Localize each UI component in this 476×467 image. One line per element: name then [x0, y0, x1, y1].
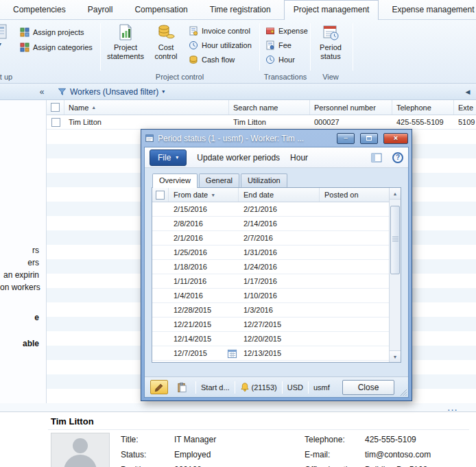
cell-end-date[interactable]: 2/7/2016: [239, 231, 320, 245]
cell-search-name[interactable]: Tim Litton: [229, 115, 310, 129]
period-row[interactable]: 1/4/2016 1/10/2016: [152, 289, 389, 303]
cell-from-date[interactable]: 1/11/2016: [169, 274, 239, 288]
fee-button[interactable]: Fee: [263, 38, 294, 51]
layout-icon[interactable]: [371, 153, 382, 163]
cell-from-date[interactable]: 12/14/2015: [169, 332, 239, 346]
cell-posted-on[interactable]: [320, 303, 389, 317]
cell-end-date[interactable]: 12/20/2015: [239, 332, 320, 346]
cell-end-date[interactable]: 2/21/2016: [239, 202, 320, 216]
workers-list-title[interactable]: Workers (Unsaved filter) ▾: [58, 87, 165, 97]
cell-end-date[interactable]: 1/31/2016: [239, 246, 320, 259]
period-row[interactable]: 1/18/2016 1/24/2016: [152, 260, 389, 274]
cell-posted-on[interactable]: [320, 202, 389, 216]
nav-item[interactable]: on workers: [0, 283, 39, 292]
start-button[interactable]: Start d...: [201, 383, 230, 392]
assign-categories-button[interactable]: Assign categories: [18, 40, 95, 53]
date-picker-icon[interactable]: [227, 348, 237, 359]
cell-telephone[interactable]: 425-555-5109: [392, 115, 454, 129]
period-row[interactable]: 2/1/2016 2/7/2016: [152, 231, 389, 246]
column-header-posted-on[interactable]: Posted on: [320, 188, 389, 202]
nav-item[interactable]: an expirin: [0, 270, 39, 280]
resize-grip[interactable]: [400, 389, 407, 396]
hour-utilization-button[interactable]: Hour utilization: [187, 38, 254, 51]
minimize-button[interactable]: −: [337, 133, 355, 144]
period-row[interactable]: 2/15/2016 2/21/2016: [152, 202, 389, 217]
period-status-button[interactable]: Period status: [313, 22, 348, 61]
assign-projects-button[interactable]: Assign projects: [18, 25, 86, 38]
worker-row[interactable]: Tim Litton Tim Litton 000027 425-555-510…: [47, 115, 476, 130]
nav-item[interactable]: rs: [0, 246, 39, 255]
cell-posted-on[interactable]: [320, 231, 389, 245]
project-statements-button[interactable]: Project statements: [104, 22, 147, 61]
hour-button[interactable]: Hour: [263, 53, 297, 66]
close-button[interactable]: Close: [342, 380, 394, 395]
cell-posted-on[interactable]: [320, 260, 389, 274]
notifications-button[interactable]: (21153): [240, 382, 277, 392]
dialog-title-bar[interactable]: Period status (1 - usmf) - Worker: Tim .…: [141, 130, 412, 147]
tab-overview[interactable]: Overview: [152, 173, 198, 188]
company-indicator[interactable]: usmf: [313, 383, 330, 392]
close-window-button[interactable]: ×: [383, 133, 408, 144]
cell-from-date[interactable]: 1/18/2016: [169, 260, 239, 274]
cell-end-date[interactable]: 1/24/2016: [239, 260, 320, 274]
edit-record-button[interactable]: [150, 380, 168, 394]
column-header-telephone[interactable]: Telephone: [392, 100, 454, 115]
period-row[interactable]: 2/8/2016 2/14/2016: [152, 217, 389, 231]
cash-flow-button[interactable]: Cash flow: [187, 53, 237, 66]
select-all-checkbox[interactable]: [156, 191, 165, 200]
cell-from-date[interactable]: 1/25/2016: [169, 246, 239, 259]
cell-end-date[interactable]: 1/17/2016: [239, 274, 320, 288]
partial-ribbon-button[interactable]: ▾: [0, 22, 10, 47]
cell-posted-on[interactable]: [320, 289, 389, 302]
cell-from-date[interactable]: 2/8/2016: [169, 217, 239, 230]
column-header-from-date[interactable]: From date ▼: [169, 188, 239, 202]
tab-expense-management[interactable]: Expense management: [383, 1, 476, 19]
expense-button[interactable]: Expense: [263, 24, 310, 37]
tab-project-management[interactable]: Project management: [284, 0, 379, 20]
period-row[interactable]: 1/11/2016 1/17/2016: [152, 274, 389, 289]
tab-general[interactable]: General: [199, 173, 239, 187]
column-header-name[interactable]: Name ▲: [64, 100, 229, 115]
cell-from-date[interactable]: 2/1/2016: [169, 231, 239, 245]
scroll-down-button[interactable]: ▼: [390, 350, 401, 362]
scroll-up-button[interactable]: ▲: [390, 188, 401, 200]
period-row[interactable]: 12/21/2015 12/27/2015: [152, 318, 389, 332]
period-row[interactable]: 12/14/2015 12/20/2015: [152, 332, 389, 346]
nav-item[interactable]: e: [0, 313, 39, 322]
cell-posted-on[interactable]: [320, 332, 389, 346]
cell-end-date[interactable]: 2/14/2016: [239, 217, 320, 230]
menu-item-update-worker-periods[interactable]: Update worker periods: [197, 153, 280, 163]
invoice-control-button[interactable]: Invoice control: [187, 24, 252, 37]
cell-posted-on[interactable]: [320, 274, 389, 288]
cost-control-button[interactable]: Cost control: [148, 22, 184, 61]
cell-posted-on[interactable]: [320, 346, 389, 360]
cell-from-date[interactable]: 2/15/2016: [169, 202, 239, 216]
cell-from-date[interactable]: 12/7/2015: [169, 346, 239, 360]
cell-from-date[interactable]: 12/28/2015: [169, 303, 239, 317]
scrollbar-thumb[interactable]: [390, 206, 400, 274]
tab-time-registration[interactable]: Time registration: [201, 1, 280, 19]
tab-competencies[interactable]: Competencies: [4, 1, 75, 19]
tab-utilization[interactable]: Utilization: [241, 173, 287, 187]
cell-posted-on[interactable]: [320, 246, 389, 259]
currency-indicator[interactable]: USD: [287, 383, 303, 392]
period-row[interactable]: 1/25/2016 1/31/2016: [152, 246, 389, 260]
file-menu-button[interactable]: File ▾: [150, 149, 187, 166]
column-header-end-date[interactable]: End date: [239, 188, 320, 202]
help-icon[interactable]: ?: [392, 152, 403, 163]
cell-posted-on[interactable]: [320, 217, 389, 230]
column-header-search-name[interactable]: Search name: [229, 100, 310, 115]
cell-end-date[interactable]: 1/3/2016: [239, 303, 320, 317]
tab-compensation[interactable]: Compensation: [126, 1, 196, 19]
collapse-left-pane-button[interactable]: «: [34, 87, 49, 97]
cell-extension[interactable]: 5109: [454, 115, 476, 129]
cell-end-date[interactable]: 12/27/2015: [239, 318, 320, 331]
cell-end-date[interactable]: 12/13/2015: [239, 346, 320, 360]
tab-payroll[interactable]: Payroll: [79, 1, 122, 19]
column-header-personnel-number[interactable]: Personnel number: [310, 100, 392, 115]
period-row-selected[interactable]: 12/7/2015 12/13/2015: [152, 346, 389, 361]
cell-name[interactable]: Tim Litton: [64, 115, 229, 129]
collapse-right-pane-button[interactable]: ◀: [462, 88, 473, 95]
row-checkbox[interactable]: [51, 118, 60, 127]
menu-item-hour[interactable]: Hour: [290, 153, 308, 163]
